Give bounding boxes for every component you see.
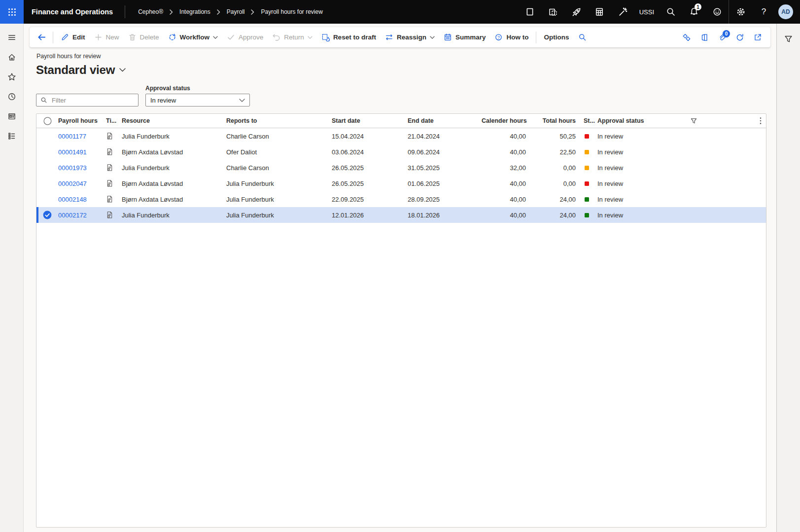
breadcrumb-company[interactable]: Cepheo® bbox=[138, 8, 163, 15]
search-button[interactable] bbox=[659, 0, 682, 24]
resource-cell: Bjørn Axdata Løvstad bbox=[122, 196, 226, 203]
personalize-button[interactable] bbox=[678, 30, 696, 45]
reports-to-cell: Ofer Daliot bbox=[226, 148, 332, 156]
timesheet-cell bbox=[106, 164, 122, 172]
new-button[interactable]: New bbox=[90, 30, 124, 45]
edit-button[interactable]: Edit bbox=[56, 30, 90, 45]
return-arrow-icon bbox=[272, 33, 280, 41]
select-all-checkbox[interactable] bbox=[36, 117, 58, 125]
row-select[interactable] bbox=[36, 211, 58, 219]
smiley-icon bbox=[712, 7, 722, 17]
table-row[interactable]: 00002047 Bjørn Axdata Løvstad Julia Fund… bbox=[36, 176, 766, 191]
grid-filter-button[interactable] bbox=[686, 117, 701, 125]
timesheet-document-icon bbox=[106, 179, 113, 187]
edit-label: Edit bbox=[72, 34, 85, 41]
payroll-hours-link[interactable]: 00002148 bbox=[58, 196, 87, 203]
open-in-side-pane-button[interactable] bbox=[696, 30, 713, 45]
return-button[interactable]: Return bbox=[268, 30, 317, 45]
status-indicator bbox=[585, 181, 589, 186]
table-row[interactable]: 00001177 Julia Funderburk Charlie Carson… bbox=[36, 128, 766, 144]
options-button[interactable]: Options bbox=[539, 30, 573, 45]
end-date-cell: 18.01.2026 bbox=[408, 212, 482, 219]
funnel-icon bbox=[784, 35, 793, 44]
start-date-cell: 26.05.2025 bbox=[332, 180, 408, 187]
timesheet-document-icon bbox=[106, 195, 113, 203]
feedback-button[interactable] bbox=[705, 0, 729, 24]
payroll-hours-link[interactable]: 00002172 bbox=[58, 212, 87, 219]
sidebar-expand-button[interactable] bbox=[0, 28, 24, 47]
view-selector[interactable]: Standard view bbox=[36, 63, 126, 77]
breadcrumb-page[interactable]: Payroll hours for review bbox=[261, 8, 322, 15]
delete-button[interactable]: Delete bbox=[124, 30, 164, 45]
end-date-cell: 01.06.2025 bbox=[408, 180, 482, 187]
magic-wand-button[interactable] bbox=[611, 0, 634, 24]
attachments-button[interactable]: 0 bbox=[713, 30, 731, 45]
chevron-down-icon bbox=[213, 36, 218, 39]
attachments-badge: 0 bbox=[723, 30, 730, 37]
app-title[interactable]: Finance and Operations bbox=[32, 8, 113, 16]
table-row[interactable]: 00001491 Bjørn Axdata Løvstad Ofer Dalio… bbox=[36, 144, 766, 160]
check-circle-icon bbox=[43, 211, 52, 219]
copilot-rocket-button[interactable] bbox=[565, 0, 588, 24]
workflow-button[interactable]: Workflow bbox=[164, 30, 223, 45]
payroll-hours-link[interactable]: 00002047 bbox=[58, 180, 87, 187]
timesheet-cell bbox=[106, 132, 122, 140]
column-header-resource[interactable]: Resource bbox=[122, 117, 226, 124]
breadcrumb-module[interactable]: Integrations bbox=[179, 8, 210, 15]
column-header-reports-to[interactable]: Reports to bbox=[226, 117, 332, 124]
table-row[interactable]: 00001973 Julia Funderburk Charlie Carson… bbox=[36, 160, 766, 176]
approve-button[interactable]: Approve bbox=[222, 30, 268, 45]
start-date-cell: 15.04.2024 bbox=[332, 133, 408, 140]
grid-more-options[interactable] bbox=[701, 117, 766, 125]
calculator-button[interactable] bbox=[588, 0, 611, 24]
payroll-hours-link[interactable]: 00001491 bbox=[58, 148, 87, 156]
column-header-timesheet[interactable]: Ti... bbox=[106, 117, 122, 124]
column-header-calender-hours[interactable]: Calender hours bbox=[482, 117, 528, 124]
payroll-hours-link[interactable]: 00001177 bbox=[58, 133, 86, 140]
settings-button[interactable] bbox=[729, 0, 752, 24]
help-circle-icon: ? bbox=[494, 33, 503, 41]
column-header-status[interactable]: St... bbox=[583, 117, 597, 124]
focus-mode-button[interactable] bbox=[519, 0, 542, 24]
filter-pane-button[interactable] bbox=[777, 30, 800, 48]
back-button[interactable] bbox=[34, 30, 50, 45]
refresh-button[interactable] bbox=[731, 30, 749, 45]
reassign-button[interactable]: Reassign bbox=[381, 30, 439, 45]
toolbar-divider bbox=[53, 32, 53, 43]
notifications-button[interactable]: 1 bbox=[682, 0, 705, 24]
avatar[interactable]: AD bbox=[778, 4, 793, 19]
search-icon bbox=[578, 33, 587, 41]
app-launcher-button[interactable] bbox=[0, 0, 24, 24]
table-row[interactable]: 00002172 Julia Funderburk Julia Funderbu… bbox=[36, 207, 766, 223]
how-to-button[interactable]: ? How to bbox=[490, 30, 533, 45]
approval-status-dropdown[interactable]: In review bbox=[145, 94, 250, 106]
sidebar-item-home[interactable] bbox=[0, 47, 24, 67]
sidebar-item-workspaces[interactable] bbox=[0, 106, 24, 126]
open-in-new-window-button[interactable] bbox=[749, 30, 766, 45]
payroll-hours-link[interactable]: 00001973 bbox=[58, 164, 87, 172]
column-header-approval-status[interactable]: Approval status bbox=[597, 117, 686, 124]
column-header-payroll-hours[interactable]: Payroll hours bbox=[58, 117, 106, 124]
task-recorder-button[interactable] bbox=[542, 0, 565, 24]
sidebar-item-favorites[interactable] bbox=[0, 67, 24, 87]
reset-to-draft-button[interactable]: Reset to draft bbox=[317, 30, 381, 45]
summary-button[interactable]: Summary bbox=[439, 30, 490, 45]
total-hours-cell: 22,50 bbox=[528, 148, 576, 156]
total-hours-cell: 0,00 bbox=[528, 180, 576, 187]
column-header-start-date[interactable]: Start date bbox=[332, 117, 408, 124]
filter-input[interactable] bbox=[51, 96, 134, 105]
trash-icon bbox=[128, 33, 137, 41]
help-button[interactable]: ? bbox=[752, 0, 775, 24]
column-header-end-date[interactable]: End date bbox=[408, 117, 482, 124]
sidebar-item-recent[interactable] bbox=[0, 87, 24, 106]
toolbar-search-button[interactable] bbox=[573, 30, 591, 45]
company-selector[interactable]: USSI bbox=[634, 8, 659, 16]
sidebar-item-modules[interactable] bbox=[0, 126, 24, 146]
payroll-hours-grid: Payroll hours Ti... Resource Reports to … bbox=[36, 113, 766, 528]
delete-label: Delete bbox=[140, 34, 159, 41]
table-row[interactable]: 00002148 Bjørn Axdata Løvstad Julia Fund… bbox=[36, 191, 766, 207]
top-bar: Finance and Operations Cepheo® Integrati… bbox=[0, 0, 800, 24]
column-header-total-hours[interactable]: Total hours bbox=[528, 117, 576, 124]
total-hours-cell: 24,00 bbox=[528, 212, 576, 219]
breadcrumb-area[interactable]: Payroll bbox=[227, 8, 245, 15]
